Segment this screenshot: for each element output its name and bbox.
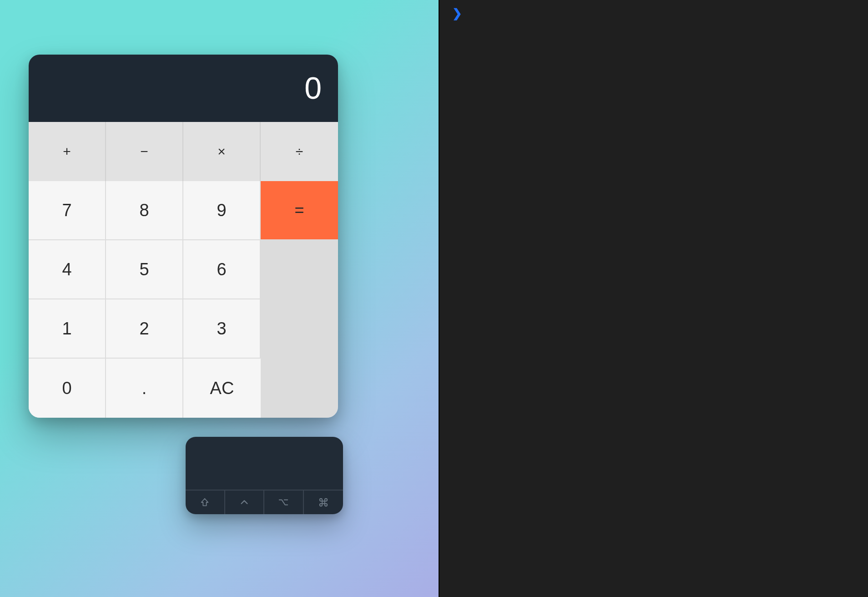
option-icon	[278, 497, 289, 507]
calculator-window: 0 + − × ÷ 7 8 9 = 4 5 6 1 2 3 0 . AC	[29, 55, 338, 418]
digit-9-button[interactable]: 9	[183, 181, 261, 240]
digit-7-button[interactable]: 7	[29, 181, 106, 240]
command-key[interactable]	[304, 491, 343, 514]
digit-2-button[interactable]: 2	[106, 299, 183, 359]
keypad: 7 8 9 = 4 5 6 1 2 3 0 . AC	[29, 181, 338, 418]
digit-5-button[interactable]: 5	[106, 240, 183, 299]
digit-0-button[interactable]: 0	[29, 359, 106, 418]
shift-icon	[200, 497, 210, 507]
terminal-prompt: ❯	[452, 6, 462, 20]
terminal-pane[interactable]: ❯	[439, 0, 868, 597]
modifier-pad	[186, 437, 343, 514]
digit-1-button[interactable]: 1	[29, 299, 106, 359]
desktop-left-pane: 0 + − × ÷ 7 8 9 = 4 5 6 1 2 3 0 . AC	[0, 0, 439, 597]
digit-6-button[interactable]: 6	[183, 240, 261, 299]
control-key[interactable]	[225, 491, 265, 514]
equals-button[interactable]: =	[261, 181, 338, 240]
split-view: 0 + − × ÷ 7 8 9 = 4 5 6 1 2 3 0 . AC	[0, 0, 868, 597]
multiply-button[interactable]: ×	[183, 122, 261, 181]
digit-8-button[interactable]: 8	[106, 181, 183, 240]
chevron-up-icon	[239, 497, 249, 507]
modifier-pad-body[interactable]	[186, 437, 343, 490]
clear-button[interactable]: AC	[183, 359, 261, 418]
add-button[interactable]: +	[29, 122, 106, 181]
operator-row: + − × ÷	[29, 122, 338, 181]
divide-button[interactable]: ÷	[261, 122, 338, 181]
command-icon	[318, 497, 328, 507]
subtract-button[interactable]: −	[106, 122, 183, 181]
option-key[interactable]	[264, 491, 304, 514]
digit-3-button[interactable]: 3	[183, 299, 261, 359]
calculator-display: 0	[29, 55, 338, 122]
decimal-button[interactable]: .	[106, 359, 183, 418]
shift-key[interactable]	[186, 491, 225, 514]
digit-4-button[interactable]: 4	[29, 240, 106, 299]
modifier-row	[186, 490, 343, 514]
